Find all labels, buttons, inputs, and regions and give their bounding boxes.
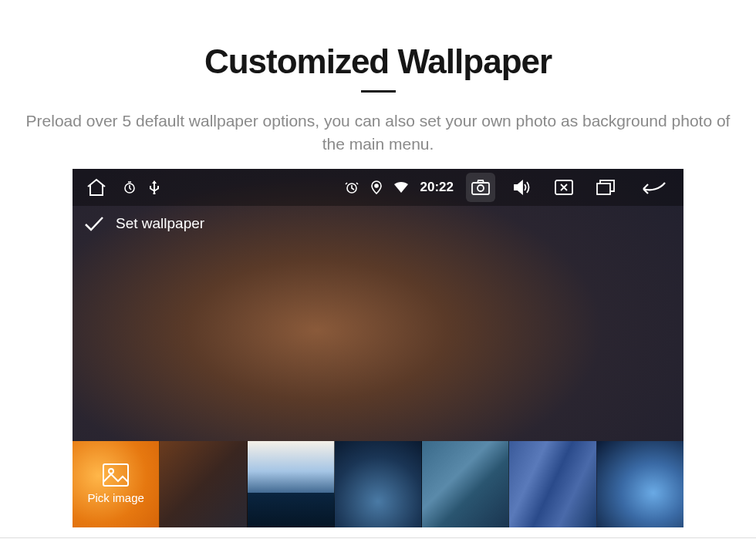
speaker-icon[interactable] bbox=[508, 173, 537, 202]
picture-icon bbox=[103, 463, 129, 487]
wallpaper-thumb-5[interactable] bbox=[509, 441, 596, 527]
thumbnail-strip: Pick image bbox=[73, 441, 683, 527]
device-screen: 20:22 bbox=[73, 169, 683, 527]
svg-point-4 bbox=[478, 185, 484, 191]
wallpaper-thumb-1[interactable] bbox=[160, 441, 247, 527]
status-left bbox=[83, 174, 159, 200]
location-icon bbox=[371, 180, 382, 194]
svg-point-8 bbox=[109, 469, 113, 473]
pick-image-button[interactable]: Pick image bbox=[73, 441, 160, 527]
alarm-icon bbox=[345, 180, 359, 194]
divider bbox=[0, 537, 756, 538]
svg-point-2 bbox=[375, 184, 378, 187]
home-icon[interactable] bbox=[83, 174, 110, 200]
set-wallpaper-label[interactable]: Set wallpaper bbox=[116, 215, 204, 232]
window-x-icon[interactable] bbox=[549, 173, 579, 202]
wallpaper-thumb-3[interactable] bbox=[335, 441, 422, 527]
usb-icon bbox=[150, 180, 159, 194]
action-row: Set wallpaper bbox=[73, 206, 683, 241]
wallpaper-thumb-6[interactable] bbox=[597, 441, 683, 527]
status-bar: 20:22 bbox=[73, 169, 683, 206]
status-time: 20:22 bbox=[420, 180, 454, 195]
confirm-check-icon[interactable] bbox=[83, 215, 105, 232]
svg-rect-7 bbox=[103, 464, 128, 486]
windows-icon[interactable] bbox=[591, 173, 620, 202]
wallpaper-thumb-4[interactable] bbox=[422, 441, 509, 527]
svg-rect-6 bbox=[597, 184, 610, 194]
title-underline bbox=[361, 90, 396, 93]
back-icon[interactable] bbox=[633, 173, 673, 202]
timer-icon bbox=[123, 181, 136, 194]
wallpaper-thumb-2[interactable] bbox=[248, 441, 335, 527]
page-title: Customized Wallpaper bbox=[0, 42, 756, 81]
status-right: 20:22 bbox=[345, 173, 673, 202]
pick-image-label: Pick image bbox=[87, 491, 143, 504]
camera-icon[interactable] bbox=[466, 173, 495, 202]
wifi-icon bbox=[394, 182, 408, 193]
page-subtitle: Preload over 5 default wallpaper options… bbox=[0, 109, 756, 157]
